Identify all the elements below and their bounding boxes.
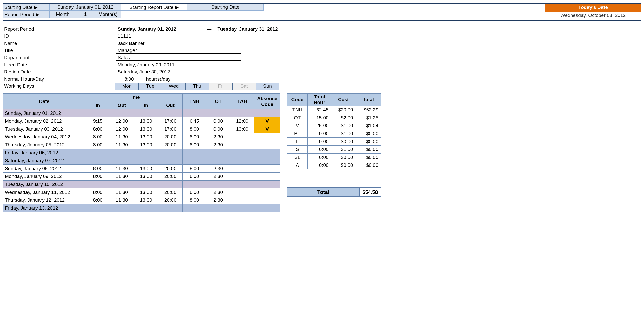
- day-sun[interactable]: Sun: [256, 83, 279, 90]
- sth-total: Total: [356, 94, 381, 106]
- table-row: Thursday, January 05, 20128:0011:3013:00…: [3, 141, 280, 149]
- working-days: MonTueWedThuFriSatSun: [115, 83, 279, 90]
- summary-row: OT15:00$2.00$1.25: [287, 114, 381, 122]
- summary-row: TNH62:45$20.00$52.29: [287, 106, 381, 114]
- today-box: Today's Date Wednesday, October 03, 2012: [545, 4, 641, 19]
- starting-report-date-value[interactable]: Starting Date: [187, 4, 264, 11]
- th-absence: Absence Code: [254, 94, 280, 109]
- info-normal-label: Normal Hours/Day: [4, 76, 106, 82]
- table-row: Monday, January 09, 20128:0011:3013:0020…: [3, 173, 280, 181]
- info-hired-value: Monday, January 03, 2011: [116, 62, 198, 68]
- table-row: Friday, January 06, 2012: [3, 149, 280, 157]
- info-resign-value: Saturday, June 30, 2012: [116, 69, 198, 75]
- info-normal-suffix: hour(s)/day: [143, 76, 170, 82]
- day-tue[interactable]: Tue: [139, 83, 162, 90]
- sth-code: Code: [287, 94, 308, 106]
- report-period-value[interactable]: Month 1 Month(s): [50, 11, 121, 18]
- grand-total-label: Total: [287, 187, 359, 197]
- grand-total-box: Total $54.58: [287, 187, 381, 197]
- th-ot: OT: [206, 94, 230, 109]
- employee-info: Report Period : Sunday, January 01, 2012…: [4, 26, 641, 90]
- summary-table: Code Total Hour Cost Total TNH62:45$20.0…: [287, 93, 381, 169]
- info-report-period-label: Report Period: [4, 26, 106, 32]
- summary-row: A0:00$0.00$0.00: [287, 161, 381, 169]
- top-bar: Starting Date ▶ Sunday, January 01, 2012…: [3, 3, 641, 21]
- summary-row: BT0:00$1.00$0.00: [287, 130, 381, 138]
- info-normal-value: 8:00: [116, 76, 142, 82]
- table-row: Wednesday, January 11, 20128:0011:3013:0…: [3, 188, 280, 196]
- info-title-value: Manager: [116, 48, 242, 54]
- info-name-value: Jack Banner: [116, 41, 242, 46]
- starting-date-value[interactable]: Sunday, January 01, 2012: [50, 4, 121, 11]
- report-period-suffix: Month(s): [97, 11, 119, 17]
- table-row: Thursday, January 12, 20128:0011:3013:00…: [3, 196, 280, 204]
- table-row: Sunday, January 08, 20128:0011:3013:0020…: [3, 165, 280, 173]
- info-report-from: Sunday, January 01, 2012: [116, 26, 201, 32]
- day-fri[interactable]: Fri: [209, 83, 232, 90]
- info-title-label: Title: [4, 48, 106, 53]
- info-name-label: Name: [4, 41, 106, 46]
- info-working-days-label: Working Days: [4, 83, 106, 89]
- table-row: Friday, January 13, 2012: [3, 204, 280, 212]
- report-period-number: 1: [74, 11, 97, 17]
- table-row: Saturday, January 07, 2012: [3, 157, 280, 165]
- info-hired-label: Hired Date: [4, 62, 106, 68]
- info-resign-label: Resign Date: [4, 69, 106, 75]
- table-row: Monday, January 02, 20129:1512:0013:0017…: [3, 117, 280, 125]
- sth-hour: Total Hour: [308, 94, 331, 106]
- summary-row: V25:00$1.00$1.04: [287, 122, 381, 130]
- th-date: Date: [3, 94, 86, 109]
- top-left-controls: Starting Date ▶ Sunday, January 01, 2012…: [3, 4, 264, 19]
- starting-report-date-label: Starting Report Date ▶: [121, 4, 187, 11]
- info-dept-value: Sales: [116, 55, 242, 61]
- starting-date-label: Starting Date ▶: [3, 4, 50, 11]
- th-tnh: TNH: [182, 94, 206, 109]
- day-thu[interactable]: Thu: [185, 83, 209, 90]
- th-tah: TAH: [230, 94, 254, 109]
- info-report-to: Tuesday, January 31, 2012: [218, 26, 278, 32]
- report-period-label: Report Period ▶: [3, 11, 50, 18]
- today-value: Wednesday, October 03, 2012: [545, 11, 641, 19]
- table-row: Tuesday, January 10, 2012: [3, 181, 280, 188]
- table-row: Wednesday, January 04, 20128:0011:3013:0…: [3, 133, 280, 141]
- info-id-value: 11111: [116, 33, 242, 39]
- summary-row: SL0:00$0.00$0.00: [287, 154, 381, 161]
- today-label: Today's Date: [545, 4, 641, 11]
- th-in1: In: [86, 101, 110, 109]
- attendance-table: Date Time TNH OT TAH Absence Code In Out…: [3, 93, 280, 212]
- th-in2: In: [134, 101, 158, 109]
- th-out2: Out: [158, 101, 182, 109]
- sth-cost: Cost: [331, 94, 356, 106]
- info-id-label: ID: [4, 33, 106, 39]
- grand-total-value: $54.58: [359, 187, 381, 197]
- day-wed[interactable]: Wed: [162, 83, 185, 90]
- day-sat[interactable]: Sat: [232, 83, 256, 90]
- summary-row: L0:00$0.00$0.00: [287, 138, 381, 146]
- th-time-group: Time: [86, 94, 182, 101]
- info-report-sep: —: [202, 26, 216, 32]
- table-row: Sunday, January 01, 2012: [3, 109, 280, 117]
- th-out1: Out: [110, 101, 134, 109]
- report-period-unit: Month: [51, 11, 74, 17]
- info-dept-label: Department: [4, 55, 106, 60]
- table-row: Tuesday, January 03, 20128:0012:0013:001…: [3, 125, 280, 133]
- summary-row: S0:00$1.00$0.00: [287, 146, 381, 154]
- day-mon[interactable]: Mon: [115, 83, 139, 90]
